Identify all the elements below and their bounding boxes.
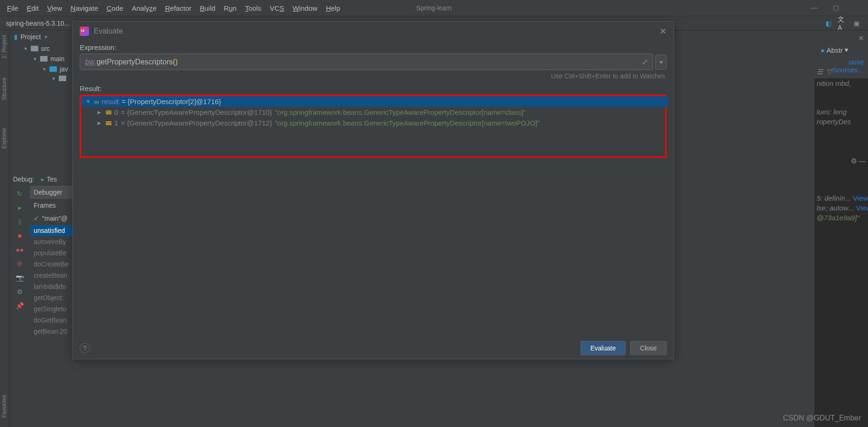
expr-parens: ()	[173, 58, 178, 66]
rerun-button[interactable]: ↻	[15, 189, 24, 198]
rail-favorites[interactable]: Favorites	[0, 390, 8, 422]
stack-frame[interactable]: getSingleto	[30, 303, 72, 315]
menu-file[interactable]: File	[7, 4, 18, 12]
result-root[interactable]: ▼ ∞ result = {PropertyDescriptor[2]@1716…	[81, 96, 668, 107]
chevron-down-icon[interactable]: ▼	[44, 35, 49, 40]
expand-icon[interactable]: ⤢	[642, 57, 648, 66]
evaluate-button[interactable]: Evaluate	[581, 341, 625, 355]
array-item-icon	[106, 121, 111, 125]
settings-button[interactable]: ⚙	[15, 287, 24, 296]
debug-header: Debug: ▸ Tes	[9, 173, 72, 186]
stack-frame[interactable]: createBean	[30, 270, 72, 281]
main-menubar: File Edit View Navigate Code Analyze Ref…	[0, 0, 868, 16]
stack-frame[interactable]: getObject:	[30, 292, 72, 303]
menu-help[interactable]: Help	[326, 4, 340, 12]
menu-analyze[interactable]: Analyze	[132, 4, 156, 12]
result-item-1[interactable]: ▶ 1 = {GenericTypeAwarePropertyDescripto…	[81, 118, 668, 128]
breadcrumb[interactable]: spring-beans-5.3.10...	[2, 18, 73, 28]
stop-button[interactable]: ■	[15, 231, 24, 240]
choose-sources-link[interactable]: oose Sources...	[832, 58, 864, 74]
toolbox-icon[interactable]: ◧	[824, 19, 833, 28]
tree-label: main	[50, 55, 64, 63]
result-key: result	[102, 98, 119, 105]
breakpoints-button[interactable]: ●●	[15, 245, 24, 254]
expand-icon[interactable]: ▶	[97, 110, 103, 115]
menu-window[interactable]: Window	[292, 4, 317, 12]
tree-item-sub[interactable]: ▼	[9, 74, 70, 83]
tree-item-java[interactable]: ▼ jav	[9, 64, 70, 74]
item-type: = {GenericTypeAwarePropertyDescriptor@17…	[121, 108, 272, 116]
close-icon[interactable]: ✕	[858, 34, 864, 42]
view-link[interactable]: View	[856, 204, 868, 212]
item-type: = {GenericTypeAwarePropertyDescriptor@17…	[121, 119, 272, 127]
menu-run[interactable]: Run	[224, 4, 237, 12]
tree-label: jav	[60, 65, 68, 73]
project-header[interactable]: ▮ Project ▼	[9, 30, 70, 43]
close-icon[interactable]: ✕	[660, 26, 667, 36]
stack-frame[interactable]: lambda$do	[30, 281, 72, 292]
dialog-footer: ? Evaluate Close	[73, 337, 674, 359]
expression-label: Expression:	[73, 41, 674, 54]
view-link[interactable]: View	[853, 194, 868, 202]
debugger-tab[interactable]: Debugger	[30, 186, 72, 199]
menu-navigate[interactable]: Navigate	[70, 4, 98, 12]
stack-frame[interactable]: getBean:20	[30, 326, 72, 337]
expand-icon: ▼	[23, 46, 28, 51]
expr-object: bw	[85, 58, 94, 66]
help-button[interactable]: ?	[80, 343, 90, 353]
minimize-button[interactable]: —	[811, 4, 818, 11]
stack-frame[interactable]: doCreateBe	[30, 259, 72, 270]
code-fragment: ropertyDes	[814, 117, 868, 126]
mute-button[interactable]: ⊘	[15, 259, 24, 268]
dialog-titlebar: Evaluate ✕	[73, 21, 674, 41]
menu-refactor[interactable]: Refactor	[165, 4, 192, 12]
maximize-button[interactable]: ▢	[832, 4, 840, 11]
gear-icon[interactable]: ⚙ —	[851, 157, 866, 165]
menu-view[interactable]: View	[47, 4, 62, 12]
pause-button[interactable]: ∥	[15, 217, 24, 226]
check-icon: ✓	[34, 215, 39, 222]
collapse-icon[interactable]: ▼	[86, 99, 91, 104]
stack-frame[interactable]: unsatisfied	[30, 225, 72, 236]
menu-build[interactable]: Build	[200, 4, 215, 12]
resume-button[interactable]: ▸	[15, 203, 24, 212]
value-fragment: @73a1e9a9]"	[814, 213, 868, 223]
stack-frame[interactable]: autowireBy	[30, 236, 72, 247]
menu-edit[interactable]: Edit	[27, 4, 39, 12]
tree-item-src[interactable]: ▼ src	[9, 43, 70, 54]
item-value: "org.springframework.beans.GenericTypeAw…	[275, 119, 540, 127]
translate-icon[interactable]: 文A	[838, 19, 847, 28]
value-fragment: 5: definin... View	[814, 193, 868, 203]
panel-icon[interactable]: ▣	[852, 19, 861, 28]
frames-label: Frames	[30, 199, 72, 212]
project-tree-panel: ▮ Project ▼ ▼ src ▼ main ▼ jav ▼	[9, 30, 70, 170]
debug-title: Debug:	[13, 175, 34, 183]
expand-icon[interactable]: ▶	[97, 120, 103, 126]
expand-icon: ▼	[51, 76, 56, 81]
menu-vcs[interactable]: VCS	[270, 4, 284, 12]
stack-frame[interactable]: populateBe	[30, 247, 72, 259]
abstr-tab[interactable]: ● Abstr ▾	[817, 44, 852, 56]
filter-icon[interactable]: ▽	[826, 68, 832, 76]
debug-controls: ↻ ▸ ∥ ■ ●● ⊘ 📷 ⚙ 📌	[9, 186, 30, 337]
close-button[interactable]: Close	[630, 341, 667, 355]
list-icon[interactable]: ☰	[817, 68, 823, 76]
result-item-0[interactable]: ▶ 0 = {GenericTypeAwarePropertyDescripto…	[81, 107, 668, 118]
chevron-down-icon: ▾	[845, 46, 848, 54]
item-value: "org.springframework.beans.GenericTypeAw…	[275, 108, 526, 116]
tree-item-main[interactable]: ▼ main	[9, 54, 70, 64]
value-fragment: lse; autow... View	[814, 203, 868, 213]
menu-code[interactable]: Code	[107, 4, 124, 12]
stack-frame[interactable]: doGetBean	[30, 315, 72, 326]
folder-icon	[31, 46, 38, 51]
expression-input[interactable]: bw.getPropertyDescriptors() ⤢	[80, 54, 653, 70]
thread-selector[interactable]: ✓ "main"@	[30, 212, 72, 225]
menu-tools[interactable]: Tools	[245, 4, 261, 12]
camera-button[interactable]: 📷	[15, 273, 24, 282]
rail-structure[interactable]: Structure	[0, 73, 8, 105]
rail-project[interactable]: 1: Project	[0, 30, 8, 63]
debug-tab[interactable]: ▸ Tes	[41, 175, 57, 183]
rail-explorer[interactable]: Explorer	[0, 123, 8, 154]
history-dropdown[interactable]: ▾	[655, 55, 667, 70]
pin-button[interactable]: 📌	[15, 301, 24, 310]
